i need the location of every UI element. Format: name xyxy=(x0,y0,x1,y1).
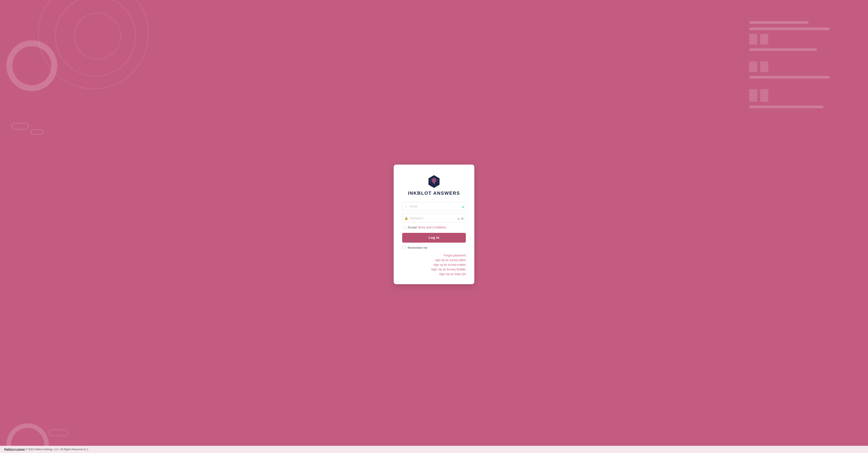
terms-row: Accept Terms and Conditions xyxy=(402,226,466,229)
bg-pill-3 xyxy=(49,430,68,436)
bg-circle-1 xyxy=(38,0,149,89)
bg-rect-4 xyxy=(760,62,768,72)
bg-bar-2 xyxy=(749,28,830,30)
app-logo xyxy=(427,175,441,188)
email-right-icons: ▴ xyxy=(462,204,464,208)
terms-checkbox[interactable] xyxy=(402,226,406,229)
email-check-icon: ▴ xyxy=(462,204,464,208)
terms-link[interactable]: Terms and Conditions xyxy=(417,226,446,229)
signup-survey-maker-link[interactable]: sign up as survey-maker xyxy=(433,263,466,266)
forgot-password-link[interactable]: Forgot password xyxy=(444,254,466,257)
bg-rect-1 xyxy=(749,34,757,44)
login-card: INKBLOT ANSWERS ☺ ▴ 🔒 ▴ ◉ xyxy=(394,165,474,284)
terms-label: Accept Terms and Conditions xyxy=(408,226,446,229)
bg-pill-2 xyxy=(31,129,43,134)
bg-rect-2 xyxy=(760,34,768,44)
main-wrapper: INKBLOT ANSWERS ☺ ▴ 🔒 ▴ ◉ xyxy=(394,0,474,453)
email-input-group: ☺ ▴ xyxy=(402,202,466,211)
platform-license-link[interactable]: Platform License xyxy=(4,448,25,451)
bg-rect-6 xyxy=(760,89,768,102)
bg-circle-3 xyxy=(74,13,121,59)
password-toggle-icon[interactable]: ◉ xyxy=(461,216,464,220)
password-input-group: 🔒 ▴ ◉ xyxy=(402,214,466,223)
bg-donut-left xyxy=(6,40,57,91)
svg-point-11 xyxy=(433,179,435,182)
login-button[interactable]: Log in xyxy=(402,233,466,242)
bg-bar-5 xyxy=(749,106,824,108)
footer: Platform License © 2023 Inkblot Holdings… xyxy=(0,446,868,453)
bg-pill-1 xyxy=(12,123,29,129)
remember-label: Remember me xyxy=(408,246,427,250)
bg-circle-2 xyxy=(55,0,136,76)
app-title: INKBLOT ANSWERS xyxy=(408,190,460,196)
form-section: ☺ ▴ 🔒 ▴ ◉ Accept Terms and Conditio xyxy=(402,202,466,276)
email-input[interactable] xyxy=(402,202,466,211)
signup-survey-taker-link[interactable]: sign up as survey-taker xyxy=(435,258,466,262)
bg-bar-1 xyxy=(749,21,809,24)
password-input[interactable] xyxy=(402,214,466,223)
bg-rect-5 xyxy=(749,89,757,102)
footer-copyright: © 2023 Inkblot Holdings, LLC. All Rights… xyxy=(26,448,89,451)
password-check-icon[interactable]: ▴ xyxy=(458,216,460,220)
signup-survey-builder-link[interactable]: Sign Up as Survey Builder xyxy=(431,268,466,271)
bg-bars-right xyxy=(749,21,830,112)
signup-data-qa-link[interactable]: Sign Up as Data QA xyxy=(439,272,466,276)
bg-bar-3 xyxy=(749,48,817,51)
links-section: Forgot password sign up as survey-taker … xyxy=(402,254,466,276)
user-icon: ☺ xyxy=(404,205,407,208)
bg-rect-3 xyxy=(749,62,757,72)
remember-checkbox[interactable] xyxy=(402,246,406,250)
remember-row: Remember me xyxy=(402,246,466,250)
password-right-icons: ▴ ◉ xyxy=(458,216,464,220)
lock-icon: 🔒 xyxy=(404,216,408,220)
bg-bar-4 xyxy=(749,76,830,78)
logo-container: INKBLOT ANSWERS xyxy=(408,175,460,196)
